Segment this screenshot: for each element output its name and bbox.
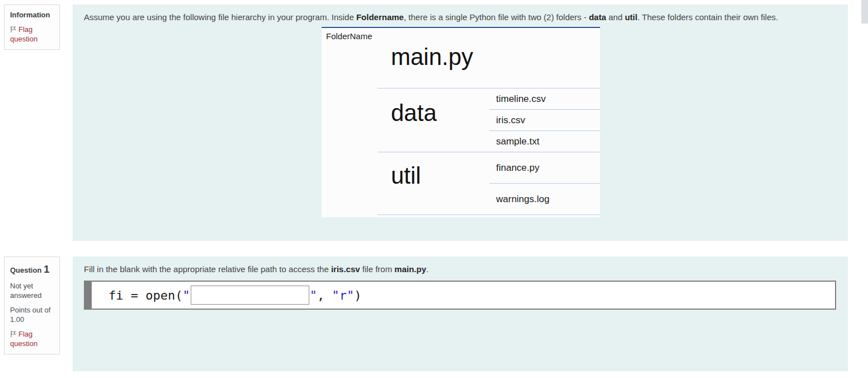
util-folder-label: util bbox=[391, 152, 421, 188]
diagram-file-item: iris.csv bbox=[489, 110, 600, 131]
filepath-answer-input[interactable] bbox=[191, 286, 309, 305]
data-folder-cell: data bbox=[378, 88, 489, 152]
util-folder-cell: util bbox=[378, 152, 489, 214]
mainpy-cell: main.py bbox=[378, 44, 600, 88]
util-folder-files: finance.pywarnings.log bbox=[489, 152, 600, 214]
code-mode-arg: "r" bbox=[332, 288, 354, 302]
information-sidebar-box: Information Flag question bbox=[4, 4, 60, 50]
question-label: Question bbox=[10, 266, 41, 274]
information-box-title: Information bbox=[10, 10, 54, 20]
question-sidebar-box: Question 1 Not yet answered Points out o… bbox=[4, 256, 60, 354]
diagram-root-file: main.py bbox=[391, 44, 473, 69]
code-suffix: ) bbox=[354, 288, 361, 302]
diagram-row-util-folder: util finance.pywarnings.log bbox=[378, 152, 600, 215]
diagram-row-mainpy: main.py bbox=[378, 44, 600, 88]
data-folder-files: timeline.csviris.csvsample.txt bbox=[489, 88, 600, 152]
question-prompt: Fill in the blank with the appropriate r… bbox=[84, 264, 837, 274]
question-box-title: Question 1 bbox=[10, 262, 54, 277]
diagram-file-item: sample.txt bbox=[489, 131, 600, 152]
diagram-file-item: warnings.log bbox=[489, 184, 600, 214]
flag-question-link-q1[interactable]: Flag question bbox=[10, 329, 54, 349]
question-points: Points out of 1.00 bbox=[10, 305, 54, 325]
file-hierarchy-diagram: FolderName main.py data timeline.csviris… bbox=[322, 27, 600, 217]
diagram-file-item: timeline.csv bbox=[489, 88, 600, 110]
information-prompt: Assume you are using the following file … bbox=[84, 12, 837, 22]
flag-question-link-info[interactable]: Flag question bbox=[10, 25, 54, 44]
diagram-rows: main.py data timeline.csviris.csvsample.… bbox=[378, 44, 600, 215]
code-open-quote: " bbox=[182, 288, 190, 302]
code-snippet-block: fi = open("", "r") bbox=[84, 281, 836, 310]
quiz-page: Information Flag question Question 1 Not… bbox=[0, 0, 868, 378]
code-prefix: fi = open( bbox=[108, 288, 182, 302]
code-comma: , bbox=[317, 288, 332, 302]
question-panel: Fill in the blank with the appropriate r… bbox=[73, 256, 848, 371]
diagram-root-label: FolderName bbox=[322, 28, 600, 44]
code-close-quote: " bbox=[310, 288, 317, 302]
question-number: 1 bbox=[44, 263, 50, 275]
question-status: Not yet answered bbox=[10, 281, 54, 301]
flag-icon bbox=[10, 330, 17, 338]
flag-icon bbox=[10, 26, 17, 33]
diagram-file-item: finance.py bbox=[489, 152, 600, 184]
information-panel: Assume you are using the following file … bbox=[73, 4, 848, 241]
data-folder-label: data bbox=[391, 88, 437, 125]
diagram-row-data-folder: data timeline.csviris.csvsample.txt bbox=[378, 88, 600, 152]
vertical-scrollbar-thumb[interactable] bbox=[861, 0, 868, 24]
